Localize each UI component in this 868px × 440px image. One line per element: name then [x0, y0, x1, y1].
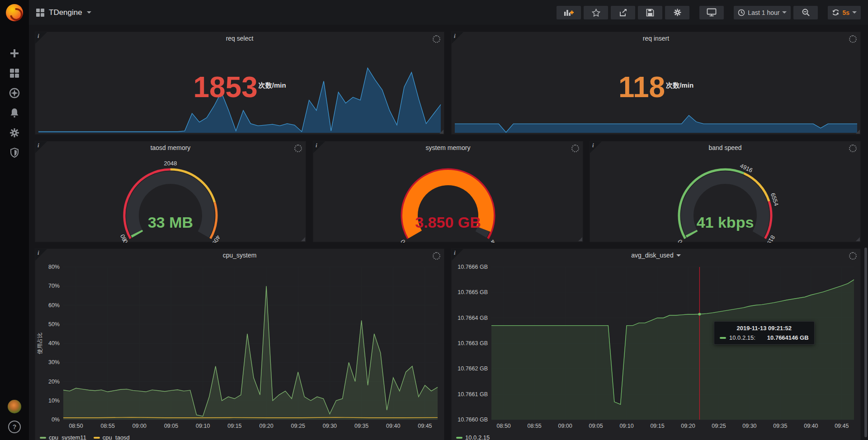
- add-panel-button[interactable]: [557, 6, 581, 19]
- panel-resize-handle[interactable]: [856, 237, 860, 241]
- share-dashboard-button[interactable]: [611, 6, 635, 19]
- svg-text:09:35: 09:35: [773, 423, 787, 429]
- info-icon: i: [592, 142, 594, 149]
- legend-item-10-0-2-15[interactable]: 10.0.2.15: [456, 434, 490, 440]
- legend-item-cpu-taosd[interactable]: cpu_taosd: [94, 434, 130, 440]
- tooltip-series-name: 10.0.2.15:: [729, 334, 755, 341]
- add-panel-icon: [564, 9, 574, 16]
- panel-info-corner[interactable]: [35, 32, 47, 44]
- svg-text:10.7665 GB: 10.7665 GB: [458, 289, 488, 295]
- panel-info-corner[interactable]: [35, 141, 47, 153]
- create-plus-icon[interactable]: [0, 44, 29, 62]
- panel-resize-handle[interactable]: [578, 237, 582, 241]
- dashboard-picker[interactable]: TDengine: [29, 8, 91, 17]
- svg-text:09:25: 09:25: [712, 423, 726, 429]
- taosd-memory-value: 33 MB: [35, 214, 306, 231]
- cpu-system-chart[interactable]: 0%10%20%30%40%50%60%70%80%08:5008:5509:0…: [35, 262, 444, 431]
- info-icon: i: [38, 249, 39, 257]
- cycle-view-mode-button[interactable]: [699, 6, 724, 19]
- panel-info-corner[interactable]: [452, 249, 463, 261]
- panel-title-req-select[interactable]: req select: [35, 32, 444, 45]
- cpu-system-legend: cpu_system11 cpu_taosd: [40, 434, 130, 440]
- panel-title-req-insert[interactable]: req insert: [452, 32, 860, 45]
- panel-title-taosd-memory[interactable]: taosd memory: [35, 141, 306, 154]
- panel-title-cpu-system[interactable]: cpu_system: [35, 249, 444, 262]
- svg-text:20%: 20%: [48, 379, 60, 385]
- svg-text:80%: 80%: [48, 264, 60, 270]
- help-icon[interactable]: ?: [0, 418, 29, 436]
- svg-text:08:55: 08:55: [528, 423, 542, 429]
- chart-tooltip: 2019-11-13 09:21:52 10.0.2.15: 10.766414…: [714, 321, 815, 345]
- refresh-picker[interactable]: 5s: [828, 6, 861, 19]
- panel-resize-handle[interactable]: [439, 130, 443, 134]
- time-range-label: Last 1 hour: [748, 9, 779, 16]
- panel-title-band-speed[interactable]: band speed: [590, 141, 860, 154]
- navbar: TDengine Last 1 hour 5: [29, 0, 868, 25]
- svg-text:0: 0: [399, 239, 407, 243]
- panel-menu-caret-icon[interactable]: [676, 254, 681, 257]
- save-dashboard-button[interactable]: [638, 6, 662, 19]
- avg-disk-used-chart[interactable]: 10.7660 GB10.7661 GB10.7662 GB10.7663 GB…: [452, 262, 860, 431]
- panel-info-corner[interactable]: [313, 141, 325, 153]
- alerting-bell-icon[interactable]: [0, 104, 29, 122]
- svg-text:10.7660 GB: 10.7660 GB: [458, 417, 488, 423]
- panel-band-speed: i band speed 0491665548192 41 kbps: [590, 141, 861, 242]
- save-icon: [646, 9, 654, 17]
- panel-title-system-memory[interactable]: system memory: [313, 141, 583, 154]
- star-dashboard-button[interactable]: [584, 6, 608, 19]
- star-icon: [592, 9, 600, 17]
- scrollbar-thumb[interactable]: [864, 248, 867, 437]
- svg-text:08:55: 08:55: [101, 423, 115, 429]
- svg-text:09:15: 09:15: [650, 423, 664, 429]
- svg-text:40%: 40%: [48, 340, 60, 346]
- tooltip-series-swatch: [720, 337, 726, 339]
- dashboard-grid-icon: [36, 9, 44, 17]
- server-admin-shield-icon[interactable]: [0, 144, 29, 162]
- explore-compass-icon[interactable]: [0, 84, 29, 102]
- time-range-picker[interactable]: Last 1 hour: [734, 6, 791, 19]
- req-select-sparkline[interactable]: [38, 46, 441, 133]
- svg-text:08:50: 08:50: [69, 423, 83, 429]
- zoom-out-icon: [802, 8, 810, 17]
- grafana-logo[interactable]: [0, 0, 29, 25]
- svg-text:09:20: 09:20: [259, 423, 273, 429]
- panel-loading-spinner: [433, 252, 440, 260]
- user-avatar[interactable]: [0, 398, 29, 416]
- zoom-out-button[interactable]: [793, 6, 818, 19]
- svg-text:09:05: 09:05: [164, 423, 178, 429]
- chevron-down-icon: [782, 11, 787, 14]
- panel-loading-spinner: [849, 145, 857, 152]
- svg-text:09:45: 09:45: [835, 423, 849, 429]
- svg-text:09:05: 09:05: [589, 423, 603, 429]
- panel-title-avg-disk-used[interactable]: avg_disk_used: [452, 249, 860, 262]
- info-icon: i: [38, 33, 39, 40]
- svg-text:10.7663 GB: 10.7663 GB: [458, 340, 488, 346]
- svg-text:09:10: 09:10: [619, 423, 633, 429]
- refresh-icon: [832, 9, 840, 16]
- req-insert-sparkline[interactable]: [454, 46, 858, 133]
- avg-disk-used-legend: 10.0.2.15: [456, 434, 490, 440]
- panel-resize-handle[interactable]: [301, 237, 305, 241]
- panel-req-select: i req select 1853 次数/min: [35, 32, 444, 135]
- dashboard-settings-button[interactable]: [665, 6, 689, 19]
- svg-text:09:45: 09:45: [418, 423, 432, 429]
- panel-resize-handle[interactable]: [856, 130, 860, 134]
- chevron-down-icon: [852, 11, 857, 14]
- svg-text:09:00: 09:00: [558, 423, 572, 429]
- legend-color-swatch: [456, 437, 462, 439]
- panel-req-insert: i req insert 118 次数/min: [451, 32, 861, 135]
- panel-loading-spinner: [433, 35, 440, 43]
- panel-info-corner[interactable]: [590, 141, 602, 153]
- panel-info-corner[interactable]: [35, 249, 47, 261]
- share-icon: [619, 9, 627, 17]
- panel-info-corner[interactable]: [452, 32, 463, 44]
- panel-taosd-memory: i taosd memory 08020484096 33 MB: [35, 141, 306, 242]
- svg-text:09:25: 09:25: [291, 423, 305, 429]
- legend-item-cpu-system11[interactable]: cpu_system11: [40, 434, 86, 440]
- svg-text:0%: 0%: [52, 417, 60, 423]
- monitor-icon: [707, 8, 717, 17]
- configuration-gear-icon[interactable]: [0, 124, 29, 142]
- svg-text:09:40: 09:40: [804, 423, 818, 429]
- dashboards-icon[interactable]: [0, 64, 29, 82]
- info-icon: i: [454, 33, 456, 40]
